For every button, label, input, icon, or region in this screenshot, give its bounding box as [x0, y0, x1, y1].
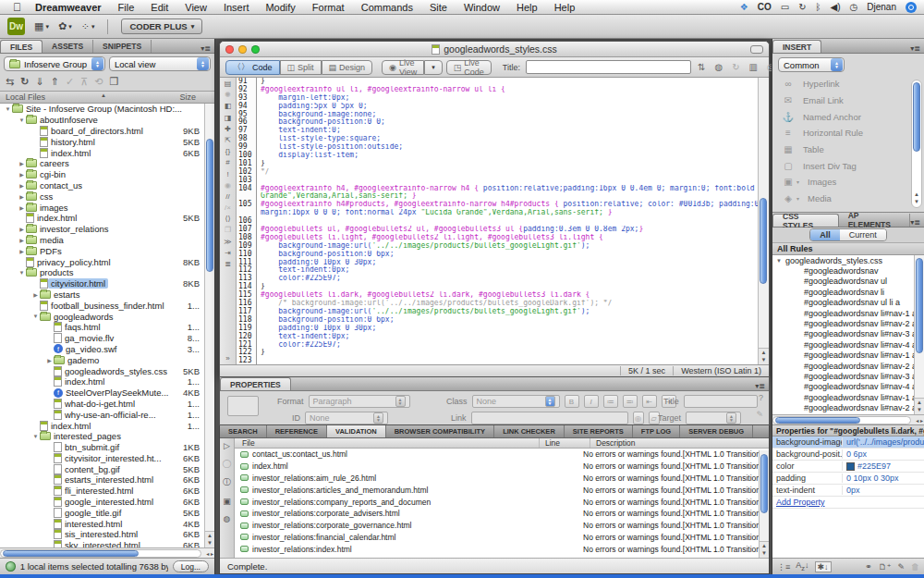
synchronize-icon[interactable]: ⟲ — [94, 76, 103, 88]
validation-result-row[interactable]: investor_relations:index.htmlNo errors o… — [235, 543, 769, 555]
add-property-link[interactable]: Add Property — [772, 497, 825, 509]
run-validation-button[interactable]: ▷ — [224, 441, 230, 450]
disclosure-triangle[interactable]: ▼ — [18, 117, 26, 123]
validation-result-row[interactable]: investor_relations:company_reports_and_d… — [235, 496, 769, 508]
title-field-input[interactable] — [684, 395, 758, 408]
code-line[interactable]: 103 — [237, 177, 758, 185]
target-select[interactable]: ▲▼ — [686, 412, 741, 424]
clock-icon[interactable]: ◷ — [850, 2, 858, 12]
connect-icon[interactable]: ⇆ — [6, 76, 14, 88]
class-select[interactable]: None▲▼ — [472, 395, 560, 408]
css-panel-menu-icon[interactable]: ▾≣ — [910, 218, 924, 227]
file-tree-item[interactable]: ▼interested_pages — [0, 431, 214, 442]
disclosure-triangle[interactable]: ▶ — [18, 237, 26, 243]
document-encoding-status[interactable]: Western (ISO Latin 1) — [673, 366, 769, 375]
disclosure-triangle[interactable]: ▶ — [18, 204, 26, 211]
save-report-button[interactable]: ▣ — [223, 497, 231, 506]
disclosure-triangle[interactable]: ▶ — [18, 193, 26, 200]
workspace-switcher-button[interactable]: CODER PLUS ▾ — [121, 18, 202, 34]
css-rule-item[interactable]: #googleadwordsnav ul — [772, 277, 924, 287]
validation-result-row[interactable]: investor_relations:financial_calendar.ht… — [235, 532, 769, 544]
css-rule-item[interactable]: #googleadwordsnav li#nav-1 a — [772, 308, 924, 318]
format-select[interactable]: Paragraph▲▼ — [309, 395, 410, 408]
file-tree-item[interactable]: ▶cgi-bin — [0, 169, 214, 180]
file-tree-item[interactable]: google_title.gif5KB — [0, 507, 214, 518]
menu-dreamweaver[interactable]: Dreamweaver — [27, 2, 110, 13]
more-info-button[interactable]: ⓘ — [223, 476, 231, 488]
file-tree-item[interactable]: index.html5KB — [0, 213, 214, 224]
file-tree-hscrollbar[interactable]: ◂ ▸ — [0, 547, 214, 558]
file-tree-item[interactable]: ▶estarts — [0, 289, 214, 301]
disclosure-triangle[interactable]: ▶ — [45, 357, 54, 363]
css-rule-item[interactable]: #googleadwordsnav li#nav-2 a:act — [772, 402, 924, 412]
code-line[interactable]: 112 text-indent:0px; — [237, 266, 758, 275]
file-tree-item[interactable]: ▶investor_relations — [0, 224, 214, 235]
check-out-icon[interactable]: ✓ — [66, 76, 74, 88]
disclosure-triangle[interactable]: ▶ — [31, 291, 40, 298]
code-line[interactable]: 118 background-position:0 6px; — [237, 316, 758, 325]
code-line[interactable]: 91} — [237, 78, 758, 86]
code-line[interactable]: 108#googlebullets li.light, #googlebulle… — [237, 234, 758, 242]
disclosure-triangle[interactable]: ▶ — [18, 226, 26, 232]
co-menu-icon[interactable]: CO — [758, 2, 772, 12]
code-line[interactable]: 117 background-image:url('../../images/p… — [237, 308, 758, 316]
more-tools-chevron-icon[interactable]: » — [225, 354, 229, 363]
show-list-view-icon[interactable]: Az↓ — [796, 560, 808, 572]
menu-modify[interactable]: Modify — [257, 2, 303, 13]
get-files-icon[interactable]: ⇓ — [35, 76, 43, 88]
tab-snippets[interactable]: SNIPPETS — [93, 40, 152, 53]
insert-item-table[interactable]: ▦Table — [772, 141, 924, 158]
menu-view[interactable]: View — [176, 2, 215, 13]
validation-result-row[interactable]: contact_us:contact_us.htmlNo errors or w… — [235, 449, 769, 461]
code-line[interactable]: 110 background-position:0 6px; — [237, 251, 758, 259]
file-tree-item[interactable]: googleadwords_styles.css5KB — [0, 365, 214, 376]
code-line[interactable]: 96 background-position:0 0; — [237, 118, 758, 127]
live-view-button[interactable]: ◉ Live View — [382, 60, 424, 75]
code-editor[interactable]: 91}92#googleextrainfo ul li, #googleextr… — [237, 78, 758, 364]
sync-icon[interactable]: ↻ — [798, 2, 806, 12]
bluetooth-icon[interactable]: ᛒ — [816, 2, 821, 12]
file-tree-item[interactable]: content_bg.gif5KB — [0, 463, 214, 474]
file-tree-item[interactable]: index.html6KB — [0, 147, 214, 158]
collapse-selection-icon[interactable]: ◨ — [225, 114, 232, 122]
file-tree-item[interactable]: btn_submit.gif1KB — [0, 442, 214, 453]
css-all-button[interactable]: All — [810, 229, 840, 240]
code-line[interactable]: 121 color:#225E97; — [237, 341, 758, 350]
file-tree-item[interactable]: why-use-an-official-re...1... — [0, 409, 214, 420]
results-tab-search[interactable]: SEARCH — [220, 425, 267, 437]
disclosure-triangle[interactable]: ▼ — [31, 434, 40, 439]
file-tree-scrollbar[interactable]: ▲▼ — [204, 104, 214, 547]
css-rule-item[interactable]: #googleadwordsnav li#nav-3 a:ho — [772, 371, 924, 381]
wrap-tag-icon[interactable]: ⟨⟩ — [225, 215, 230, 223]
css-rule-item[interactable]: #googleadwordsnav li#nav-2 a:ho — [772, 361, 924, 371]
file-tree-item[interactable]: ▶gademo — [0, 354, 214, 365]
show-set-properties-icon[interactable]: ✱↓ — [815, 561, 832, 572]
indent-code-icon[interactable]: ⇥ — [225, 249, 231, 257]
unordered-list-button[interactable]: ≔ — [603, 395, 618, 408]
insert-item-horizontal-rule[interactable]: ≡Horizontal Rule — [772, 125, 924, 141]
menu-help[interactable]: Help — [508, 2, 546, 13]
collapse-full-tag-icon[interactable]: ◧ — [225, 102, 232, 110]
quick-tag-editor-icon[interactable]: ✎ — [756, 410, 763, 419]
file-tree-item[interactable]: cityvisitor.html8KB — [0, 278, 214, 289]
file-tree-item[interactable]: ▼googleadwords — [0, 311, 214, 322]
results-scrollbar[interactable]: ▲▼ — [759, 450, 769, 558]
site-menu-button[interactable]: ⁘ ▾ — [81, 20, 95, 32]
delete-css-rule-icon[interactable]: 🗑 — [911, 562, 919, 572]
css-rule-item[interactable]: #googleadwordsnav — [772, 265, 924, 276]
file-tree-item[interactable]: fli_interested.html6KB — [0, 486, 214, 497]
code-line[interactable]: 102*/ — [237, 168, 758, 177]
refresh-icon[interactable]: ↻ — [20, 76, 29, 88]
code-line[interactable]: 119 padding:0 10px 0 30px; — [237, 325, 758, 333]
log-button[interactable]: Log... — [173, 560, 209, 572]
insert-item-hyperlink[interactable]: ∞Hyperlink — [772, 76, 924, 92]
results-tab-link-checker[interactable]: LINK CHECKER — [494, 425, 565, 437]
link-input[interactable] — [471, 412, 628, 424]
volume-icon[interactable]: ◀) — [831, 2, 841, 12]
live-view-options-button[interactable]: ▾ — [424, 60, 443, 75]
insert-item-email-link[interactable]: ✉Email Link — [772, 92, 924, 109]
edit-style-icon[interactable]: ✎ — [897, 562, 905, 572]
menu-format[interactable]: Format — [304, 2, 353, 13]
css-property-row[interactable]: text-indent0px — [772, 485, 924, 497]
css-property-row[interactable]: padding0 10px 0 30px — [772, 473, 924, 485]
